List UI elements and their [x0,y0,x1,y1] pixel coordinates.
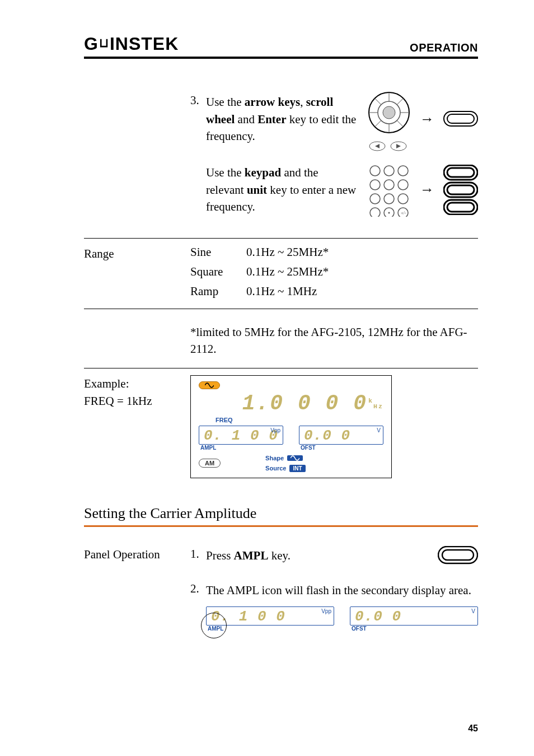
svg-marker-14 [396,144,401,148]
svg-point-18 [384,166,394,176]
freq-readout: 1.0 0 0 0kHz [199,391,383,416]
step-number: 3. [190,94,206,108]
svg-text:+/-: +/- [401,211,406,216]
source-indicator: Source INT [265,465,305,472]
freq-label: FREQ [216,417,383,423]
unit-keys-icon [443,165,478,215]
shape-indicator: Shape [265,455,305,461]
section-title: OPERATION [410,41,478,54]
svg-point-19 [398,166,408,176]
range-val: 0.1Hz ~ 1MHz [246,284,478,298]
am-indicator: AM [199,459,221,468]
step3-text: Use the arrow keys, scroll wheel and Ent… [206,94,357,144]
arrow-keys-icon [367,141,411,152]
arrow-right-icon: → [420,181,434,198]
svg-line-7 [374,98,381,105]
step-keypad-text: Use the keypad and the relevant unit key… [206,164,357,215]
svg-line-10 [397,120,404,127]
range-table: Sine 0.1Hz ~ 25MHz* Square 0.1Hz ~ 25MHz… [190,245,478,298]
svg-marker-12 [375,144,380,148]
ampl-readout: 0. 1 0 0 Vpp AMPL [199,426,283,445]
svg-point-29 [388,212,390,214]
range-wave: Sine [190,245,246,259]
range-wave: Square [190,265,246,279]
page-number: 45 [468,724,478,734]
step-number: 2. [190,582,206,596]
svg-rect-32 [447,168,474,177]
svg-rect-38 [442,550,474,560]
enter-key-icon [443,111,478,128]
scroll-wheel-icon [367,87,411,152]
range-label: Range [84,245,190,298]
svg-point-17 [370,166,380,176]
keypad-icon: +/- [367,163,411,217]
svg-rect-37 [438,547,477,563]
range-val: 0.1Hz ~ 25MHz* [246,265,478,279]
svg-point-21 [384,180,394,190]
svg-rect-15 [444,111,477,126]
svg-point-20 [370,180,380,190]
panel-operation-label: Panel Operation [84,546,190,626]
svg-rect-34 [447,185,474,194]
sine-wave-icon [199,381,220,389]
svg-point-24 [384,194,394,204]
svg-point-25 [398,194,408,204]
svg-point-23 [370,194,380,204]
svg-rect-16 [447,114,474,123]
step-number: 1. [190,547,206,561]
svg-line-8 [397,98,404,105]
ampl-key-icon [438,546,478,565]
range-val: 0.1Hz ~ 25MHz* [246,245,478,259]
example-label-1: Example: [84,375,190,393]
ofst-readout: 0.0 0 V OFST [299,426,383,445]
subsection-heading: Setting the Carrier Amplitude [84,505,478,522]
arrow-right-icon: → [420,111,434,128]
svg-point-2 [383,106,395,119]
svg-rect-36 [447,203,474,212]
step1-text: Press AMPL key. [206,547,291,564]
svg-line-9 [374,120,381,127]
brand-logo: G⊔INSTEK [84,34,179,54]
ofst-flash-readout: 0.0 0 V OFST [350,606,478,626]
svg-point-22 [398,180,408,190]
range-wave: Ramp [190,284,246,298]
step2-text: The AMPL icon will flash in the secondar… [206,582,471,599]
range-footnote: *limited to 5MHz for the AFG-2105, 12MHz… [190,324,478,358]
example-label-2: FREQ = 1kHz [84,393,190,410]
svg-point-26 [370,208,380,217]
ampl-flash-readout: 0. 1 0 0 Vpp AMPL [206,606,334,626]
example-display: 1.0 0 0 0kHz FREQ 0. 1 0 0 Vpp AMPL 0.0 … [190,375,392,478]
